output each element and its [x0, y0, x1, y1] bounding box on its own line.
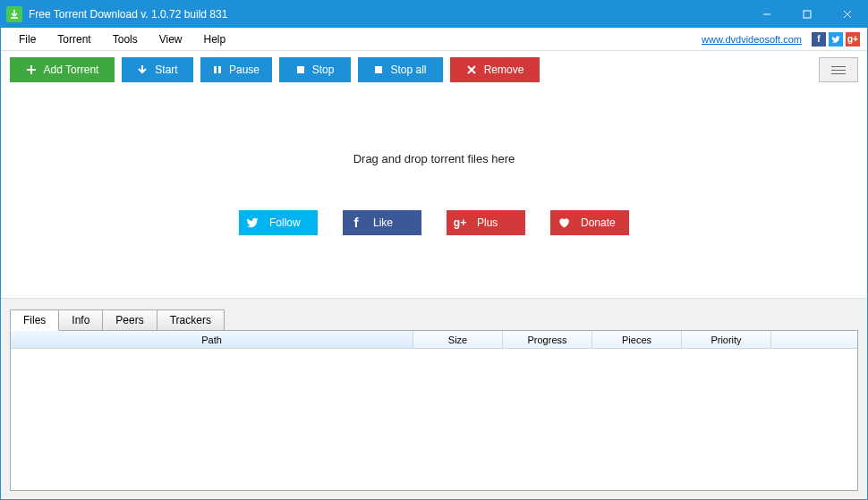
plus-label: Plus [473, 216, 525, 229]
grid-body [11, 349, 857, 490]
twitter-icon[interactable] [829, 32, 843, 47]
donate-label: Donate [577, 216, 629, 229]
details-panel: Files Info Peers Trackers Path Size Prog… [1, 298, 867, 498]
facebook-icon[interactable]: f [812, 32, 826, 47]
menu-torrent[interactable]: Torrent [47, 30, 101, 49]
drop-hint: Drag and drop torrent files here [353, 152, 515, 165]
remove-icon [466, 64, 477, 75]
svg-rect-6 [214, 66, 217, 73]
titlebar: Free Torrent Download v. 1.0.72 build 83… [1, 1, 867, 28]
stop-icon [374, 65, 383, 74]
stop-button[interactable]: Stop [279, 57, 351, 82]
svg-rect-8 [297, 66, 304, 73]
svg-rect-7 [218, 66, 221, 73]
remove-label: Remove [484, 64, 524, 76]
menu-tools[interactable]: Tools [102, 30, 149, 49]
heart-icon [550, 216, 577, 229]
tab-files[interactable]: Files [10, 309, 59, 331]
stop-label: Stop [312, 64, 335, 76]
stop-all-button[interactable]: Stop all [358, 57, 443, 82]
like-label: Like [370, 216, 421, 229]
drop-area[interactable]: Drag and drop torrent files here Follow … [1, 89, 867, 298]
column-spacer [771, 331, 857, 348]
menu-file[interactable]: File [8, 30, 47, 49]
follow-label: Follow [266, 216, 318, 229]
column-progress[interactable]: Progress [503, 331, 592, 348]
plus-icon [26, 64, 37, 75]
svg-rect-1 [804, 11, 811, 18]
app-icon [6, 6, 22, 22]
column-priority[interactable]: Priority [682, 331, 771, 348]
files-grid: Path Size Progress Pieces Priority [10, 330, 858, 491]
menu-help[interactable]: Help [193, 30, 237, 49]
remove-button[interactable]: Remove [450, 57, 540, 82]
add-torrent-label: Add Torrent [44, 64, 99, 76]
start-button[interactable]: Start [122, 57, 193, 82]
donate-button[interactable]: Donate [550, 210, 629, 235]
details-tabs: Files Info Peers Trackers [10, 309, 858, 331]
tab-trackers[interactable]: Trackers [157, 309, 225, 331]
facebook-icon: f [343, 215, 370, 230]
menu-hamburger-button[interactable] [819, 57, 858, 82]
plus-button[interactable]: g+ Plus [447, 210, 525, 235]
menu-view[interactable]: View [149, 30, 193, 49]
toolbar: Add Torrent Start Pause Stop Stop all Re… [1, 51, 867, 89]
add-torrent-button[interactable]: Add Torrent [10, 57, 115, 82]
maximize-button[interactable] [787, 1, 827, 28]
pause-button[interactable]: Pause [200, 57, 272, 82]
twitter-icon [239, 216, 266, 229]
start-label: Start [155, 64, 177, 76]
follow-button[interactable]: Follow [239, 210, 318, 235]
column-size[interactable]: Size [413, 331, 503, 348]
googleplus-icon[interactable]: g+ [846, 32, 860, 47]
grid-header: Path Size Progress Pieces Priority [11, 331, 857, 349]
pause-icon [213, 65, 222, 74]
tab-info[interactable]: Info [58, 309, 103, 331]
download-arrow-icon [137, 64, 148, 75]
like-button[interactable]: f Like [343, 210, 421, 235]
menubar: File Torrent Tools View Help www.dvdvide… [1, 28, 867, 51]
stop-icon [296, 65, 305, 74]
social-row: Follow f Like g+ Plus Donate [239, 210, 629, 235]
close-button[interactable] [827, 1, 867, 28]
tab-peers[interactable]: Peers [102, 309, 157, 331]
column-pieces[interactable]: Pieces [592, 331, 682, 348]
svg-rect-9 [375, 66, 382, 73]
minimize-button[interactable] [746, 1, 787, 28]
stop-all-label: Stop all [390, 64, 426, 76]
site-link[interactable]: www.dvdvideosoft.com [702, 34, 802, 45]
pause-label: Pause [229, 64, 260, 76]
googleplus-icon: g+ [447, 216, 473, 229]
window-title: Free Torrent Download v. 1.0.72 build 83… [29, 8, 746, 21]
column-path[interactable]: Path [11, 331, 413, 348]
